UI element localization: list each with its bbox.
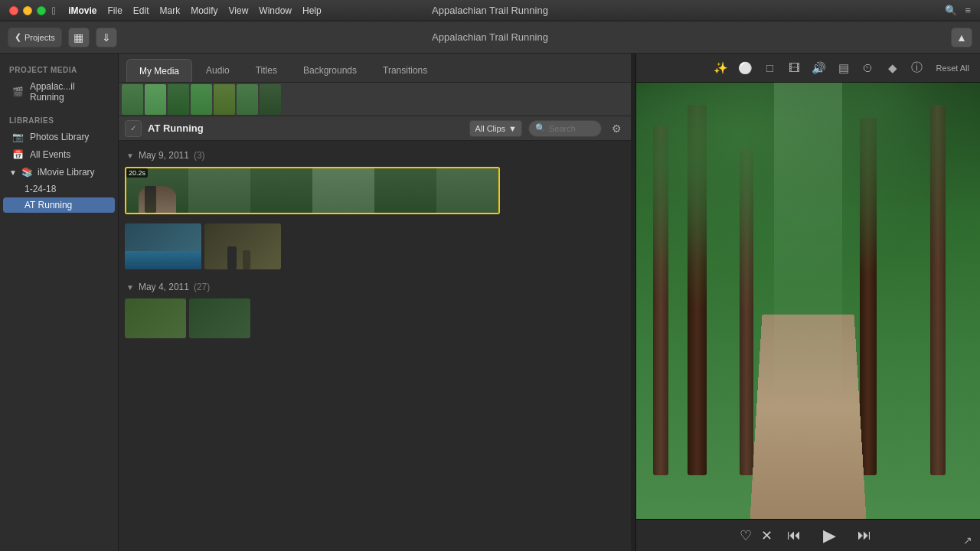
menu-view[interactable]: View [229, 5, 249, 16]
clip-wide[interactable]: 20.2s [125, 167, 500, 214]
section-count: (27) [194, 282, 210, 292]
view-toggle-button[interactable]: ▦ [68, 28, 90, 47]
list-item[interactable] [125, 298, 186, 338]
traffic-lights [9, 6, 46, 15]
sidebar-item-all-events[interactable]: 📅 All Events [3, 146, 115, 163]
clip-thumb-people[interactable] [204, 223, 281, 269]
libraries-header: LIBRARIES [0, 112, 118, 128]
filter-dropdown[interactable]: All Clips ▼ [469, 120, 522, 137]
tab-backgrounds[interactable]: Backgrounds [291, 59, 369, 82]
sidebar-item-1-24-18[interactable]: 1-24-18 [3, 181, 115, 197]
window-title: Appalachian Trail Running [432, 5, 548, 16]
volume-button[interactable]: 🔊 [809, 58, 829, 78]
preview-frame [636, 83, 980, 519]
menu-edit[interactable]: Edit [133, 5, 149, 16]
sidebar-item-photos[interactable]: 📷 Photos Library [3, 129, 115, 145]
toolbar-title: Appalachian Trail Running [432, 31, 548, 43]
filmstrip-segment [122, 84, 143, 115]
content-area: My Media Audio Titles Backgrounds Transi… [119, 54, 631, 551]
chevron-down-icon: ▼ [508, 124, 517, 133]
search-box[interactable]: 🔍 [528, 120, 602, 137]
section-date: May 9, 2011 [139, 150, 189, 161]
browser-title: AT Running [148, 122, 463, 134]
list-icon[interactable]: ≡ [965, 5, 971, 16]
title-bar-left:  iMovie File Edit Mark Modify View Wind… [9, 5, 322, 17]
sidebar-imovie-library[interactable]: ▼ 📚 iMovie Library [0, 164, 118, 181]
favorite-button[interactable]: ♡ [740, 527, 752, 544]
menu-file[interactable]: File [107, 5, 122, 16]
library-icon: 📚 [21, 167, 33, 178]
clips-grid-may4 [125, 298, 625, 338]
tab-my-media[interactable]: My Media [126, 59, 192, 82]
section-date: May 4, 2011 [139, 282, 189, 292]
list-item[interactable] [189, 298, 250, 338]
clips-grid-may9: 20.2s [125, 167, 625, 269]
filmstrip-segment [260, 84, 281, 115]
back-projects-button[interactable]: ❮ Projects [8, 28, 62, 47]
sidebar-item-at-running[interactable]: AT Running [3, 197, 115, 213]
auto-enhance-button[interactable]: ✨ [711, 58, 731, 78]
clips-row2 [125, 223, 281, 269]
minimize-button[interactable] [23, 6, 32, 15]
menu-window[interactable]: Window [259, 5, 292, 16]
filter-button[interactable]: ◆ [883, 58, 903, 78]
tab-audio[interactable]: Audio [194, 59, 242, 82]
preview-controls: ♡ ✕ ⏮ ▶ ⏭ ↗ [636, 519, 980, 551]
info-button[interactable]: ⓘ [907, 58, 927, 78]
tab-transitions[interactable]: Transitions [371, 59, 439, 82]
share-button[interactable]: ▲ [951, 28, 972, 47]
main-content: PROJECT MEDIA 🎬 Appalac...il Running LIB… [0, 54, 980, 551]
speed-button[interactable]: ⏲ [858, 58, 878, 78]
filmstrip-segment [168, 84, 189, 115]
browser-panel: ✓ AT Running All Clips ▼ 🔍 ⚙ ▼ [119, 83, 631, 551]
apple-logo-icon:  [52, 5, 56, 17]
menu-bar: iMovie File Edit Mark Modify View Window… [68, 5, 322, 16]
clip-thumb-river[interactable] [125, 223, 201, 269]
filmstrip-segment [214, 84, 235, 115]
filmstrip-segment [191, 84, 212, 115]
chevron-left-icon: ❮ [15, 32, 21, 42]
clips-section-header-may4[interactable]: ▼ May 4, 2011 (27) [125, 279, 625, 295]
film-icon: 🎬 [12, 86, 24, 97]
project-media-header: PROJECT MEDIA [0, 61, 118, 77]
title-bar-right: 🔍 ≡ [945, 5, 971, 16]
chevron-down-icon: ▼ [9, 168, 17, 177]
top-filmstrip [119, 83, 631, 116]
expand-button[interactable]: ↗ [963, 534, 972, 546]
reject-button[interactable]: ✕ [761, 527, 773, 544]
clips-area: ▼ May 9, 2011 (3) [119, 141, 631, 551]
clips-section-may9: ▼ May 9, 2011 (3) [125, 147, 625, 269]
tab-titles[interactable]: Titles [243, 59, 289, 82]
settings-gear-button[interactable]: ⚙ [608, 120, 625, 137]
search-input[interactable] [549, 124, 595, 133]
skip-back-button[interactable]: ⏮ [782, 523, 806, 548]
search-icon: 🔍 [535, 123, 546, 133]
menu-imovie[interactable]: iMovie [68, 5, 96, 16]
collapse-triangle-icon: ▼ [126, 283, 134, 292]
photos-icon: 📷 [12, 132, 24, 142]
preview-video [636, 83, 980, 519]
tab-bar: My Media Audio Titles Backgrounds Transi… [119, 54, 631, 83]
filmstrip-segment [237, 84, 258, 115]
search-icon[interactable]: 🔍 [945, 5, 957, 16]
equalizer-button[interactable]: ▤ [834, 58, 854, 78]
close-button[interactable] [9, 6, 18, 15]
clip-duration-badge: 20.2s [126, 168, 148, 178]
color-correct-button[interactable]: ⚪ [736, 58, 756, 78]
import-button[interactable]: ⇓ [96, 28, 117, 47]
menu-help[interactable]: Help [302, 5, 322, 16]
stabilize-button[interactable]: 🎞 [785, 58, 805, 78]
menu-modify[interactable]: Modify [191, 5, 217, 16]
menu-mark[interactable]: Mark [160, 5, 181, 16]
fullscreen-button[interactable] [37, 6, 46, 15]
sidebar: PROJECT MEDIA 🎬 Appalac...il Running LIB… [0, 54, 119, 551]
select-all-button[interactable]: ✓ [125, 120, 142, 137]
play-button[interactable]: ▶ [815, 522, 843, 549]
crop-button[interactable]: □ [760, 58, 780, 78]
preview-toolbar: ✨ ⚪ □ 🎞 🔊 ▤ ⏲ ◆ ⓘ Reset All [636, 54, 980, 83]
skip-forward-button[interactable]: ⏭ [852, 523, 877, 548]
reset-all-button[interactable]: Reset All [932, 64, 974, 73]
main-toolbar: ❮ Projects ▦ ⇓ Appalachian Trail Running… [0, 21, 980, 54]
clips-section-header-may9[interactable]: ▼ May 9, 2011 (3) [125, 147, 625, 164]
sidebar-item-project[interactable]: 🎬 Appalac...il Running [3, 78, 115, 106]
